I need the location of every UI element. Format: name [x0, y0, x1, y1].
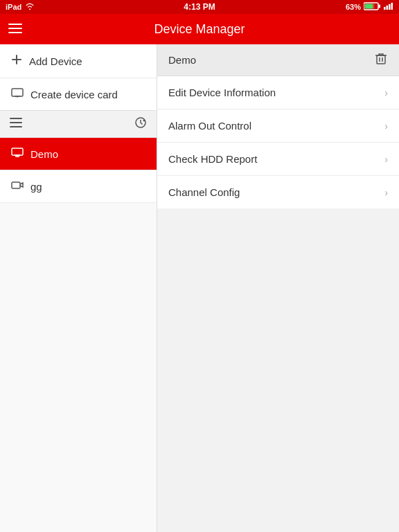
sidebar-toolbar: [0, 111, 157, 138]
main-layout: Add Device Create device card: [0, 44, 399, 532]
detail-device-title: Demo: [168, 54, 196, 66]
battery-icon: [364, 2, 381, 12]
delete-device-button[interactable]: [374, 51, 388, 69]
edit-device-info-item[interactable]: Edit Device Information ›: [157, 76, 399, 109]
chevron-right-icon-channel: ›: [384, 187, 388, 198]
svg-rect-7: [391, 3, 393, 10]
sidebar-menu-icon[interactable]: [10, 118, 22, 130]
detail-menu: Edit Device Information › Alarm Out Cont…: [157, 76, 399, 209]
create-device-card-button[interactable]: Create device card: [0, 78, 157, 110]
edit-device-info-label: Edit Device Information: [168, 87, 276, 98]
battery-percent: 63%: [346, 3, 361, 11]
status-left: iPad: [6, 3, 35, 11]
svg-rect-27: [377, 55, 385, 64]
create-device-card-label: Create device card: [30, 89, 118, 100]
svg-rect-12: [12, 59, 21, 60]
signal-icon: [384, 3, 393, 11]
chevron-right-icon-alarm: ›: [384, 121, 388, 132]
channel-config-item[interactable]: Channel Config ›: [157, 176, 399, 209]
header-title: Device Manager: [154, 22, 245, 37]
device-item-demo[interactable]: Demo: [0, 138, 157, 170]
header-menu-icon[interactable]: [8, 22, 22, 37]
sidebar-actions: Add Device Create device card: [0, 44, 157, 111]
wifi-icon: [25, 3, 35, 11]
device-monitor-icon-demo: [11, 148, 24, 160]
add-device-label: Add Device: [29, 55, 82, 67]
alarm-out-control-item[interactable]: Alarm Out Control ›: [157, 109, 399, 143]
sort-icon[interactable]: [134, 116, 147, 132]
device-camera-icon-gg: [11, 180, 24, 193]
svg-rect-17: [10, 122, 22, 123]
svg-rect-16: [10, 118, 22, 119]
svg-rect-1: [379, 5, 381, 8]
app-header: Device Manager: [0, 14, 399, 44]
ipad-label: iPad: [6, 3, 21, 11]
detail-header: Demo: [157, 44, 399, 76]
svg-rect-8: [8, 24, 22, 25]
status-bar: iPad 4:13 PM 63%: [0, 0, 399, 14]
channel-config-label: Channel Config: [168, 186, 240, 198]
svg-rect-3: [373, 4, 375, 9]
chevron-right-icon-edit: ›: [384, 87, 388, 98]
svg-rect-4: [384, 7, 386, 10]
svg-rect-2: [365, 4, 373, 9]
status-right: 63%: [346, 2, 393, 12]
check-hdd-report-label: Check HDD Report: [168, 153, 257, 165]
svg-rect-9: [8, 28, 22, 29]
sidebar: Add Device Create device card: [0, 44, 157, 532]
device-list: Demo gg: [0, 138, 157, 532]
monitor-icon: [11, 88, 24, 100]
add-device-button[interactable]: Add Device: [0, 44, 157, 78]
svg-rect-10: [8, 32, 22, 33]
chevron-right-icon-hdd: ›: [384, 154, 388, 165]
alarm-out-control-label: Alarm Out Control: [168, 120, 251, 132]
svg-rect-26: [12, 182, 20, 188]
device-label-gg: gg: [30, 181, 42, 193]
device-label-demo: Demo: [30, 148, 58, 160]
svg-rect-13: [12, 89, 23, 96]
svg-rect-6: [389, 4, 391, 10]
status-time: 4:13 PM: [184, 2, 215, 12]
plus-icon: [11, 54, 22, 68]
svg-rect-22: [12, 148, 23, 155]
detail-panel: Demo Edit Device Information › Alarm Out…: [157, 44, 399, 532]
check-hdd-report-item[interactable]: Check HDD Report ›: [157, 143, 399, 176]
svg-rect-5: [387, 6, 389, 10]
device-item-gg[interactable]: gg: [0, 170, 157, 203]
svg-rect-18: [10, 126, 22, 127]
